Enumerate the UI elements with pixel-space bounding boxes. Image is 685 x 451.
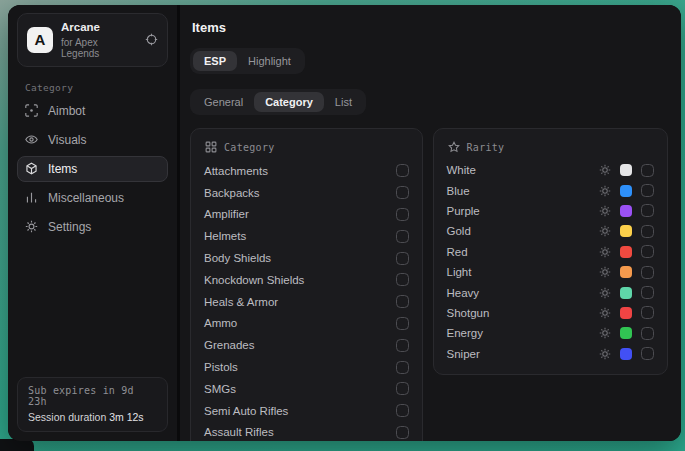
checkbox[interactable]: [396, 252, 409, 265]
color-swatch[interactable]: [620, 287, 632, 299]
mode-toggle: ESP Highlight: [190, 48, 305, 74]
row-settings-gear-icon[interactable]: [599, 164, 611, 176]
sidebar-section-label: Category: [25, 82, 177, 93]
category-panel: Category Attachments Backpacks Amplifier…: [190, 128, 423, 441]
sidebar-item-aimbot[interactable]: Aimbot: [17, 98, 168, 124]
checkbox[interactable]: [641, 327, 654, 340]
rarity-row: Gold: [447, 221, 654, 241]
star-icon: [448, 141, 460, 153]
row-settings-gear-icon[interactable]: [599, 327, 611, 339]
checkbox[interactable]: [396, 426, 409, 439]
category-row: Amplifier: [204, 204, 409, 226]
checkbox[interactable]: [396, 339, 409, 352]
row-settings-gear-icon[interactable]: [599, 246, 611, 258]
checkbox[interactable]: [396, 208, 409, 221]
category-row: Attachments: [204, 160, 409, 182]
columns-icon: [25, 191, 39, 204]
color-swatch[interactable]: [620, 225, 632, 237]
app-name: Arcane: [61, 21, 137, 35]
checkbox[interactable]: [641, 184, 654, 197]
rarity-row: Light: [447, 262, 654, 282]
checkbox[interactable]: [396, 230, 409, 243]
tab-general[interactable]: General: [193, 92, 254, 112]
checkbox[interactable]: [396, 404, 409, 417]
checkbox[interactable]: [641, 286, 654, 299]
sidebar-item-visuals[interactable]: Visuals: [17, 127, 168, 153]
checkbox[interactable]: [641, 306, 654, 319]
category-row: Grenades: [204, 334, 409, 356]
category-row: Knockdown Shields: [204, 269, 409, 291]
row-settings-gear-icon[interactable]: [599, 348, 611, 360]
category-panel-header: Category: [205, 141, 409, 153]
checkbox[interactable]: [396, 295, 409, 308]
page-title: Items: [192, 20, 668, 35]
sidebar-item-miscellaneous[interactable]: Miscellaneous: [17, 185, 168, 211]
category-panel-title: Category: [224, 142, 275, 153]
rarity-row: Energy: [447, 323, 654, 343]
sidebar-item-items[interactable]: Items: [17, 156, 168, 182]
color-swatch[interactable]: [620, 348, 632, 360]
color-swatch[interactable]: [620, 205, 632, 217]
app-header-card: A Arcane for Apex Legends: [17, 13, 168, 67]
app-subtitle: for Apex Legends: [61, 37, 137, 59]
rarity-row: White: [447, 160, 654, 180]
checkbox[interactable]: [641, 266, 654, 279]
row-settings-gear-icon[interactable]: [599, 185, 611, 197]
category-row: Helmets: [204, 225, 409, 247]
category-row: SMGs: [204, 378, 409, 400]
checkbox[interactable]: [641, 225, 654, 238]
rarity-row: Heavy: [447, 282, 654, 302]
rarity-panel: Rarity White Blue Purple: [433, 128, 668, 375]
checkbox[interactable]: [396, 317, 409, 330]
color-swatch[interactable]: [620, 246, 632, 258]
sidebar-item-settings[interactable]: Settings: [17, 214, 168, 240]
category-row: Heals & Armor: [204, 291, 409, 313]
checkbox[interactable]: [641, 347, 654, 360]
category-row: Backpacks: [204, 182, 409, 204]
checkbox[interactable]: [396, 164, 409, 177]
rarity-row: Purple: [447, 201, 654, 221]
checkbox[interactable]: [641, 164, 654, 177]
subscription-expiry: Sub expires in 9d 23h: [28, 385, 157, 407]
rarity-panel-title: Rarity: [467, 142, 505, 153]
color-swatch[interactable]: [620, 164, 632, 176]
panels-row: Category Attachments Backpacks Amplifier…: [190, 128, 668, 441]
category-row: Assault Rifles: [204, 422, 409, 441]
color-swatch[interactable]: [620, 266, 632, 278]
checkbox[interactable]: [396, 186, 409, 199]
rarity-panel-header: Rarity: [448, 141, 654, 153]
crosshair-icon[interactable]: [145, 33, 158, 46]
tab-category[interactable]: Category: [254, 92, 324, 112]
sidebar-item-label: Items: [48, 162, 77, 176]
category-row: Semi Auto Rifles: [204, 400, 409, 422]
sidebar: A Arcane for Apex Legends Category: [8, 5, 180, 441]
color-swatch[interactable]: [620, 327, 632, 339]
rarity-row: Red: [447, 242, 654, 262]
row-settings-gear-icon[interactable]: [599, 307, 611, 319]
tab-list[interactable]: List: [324, 92, 363, 112]
sidebar-item-label: Visuals: [48, 133, 86, 147]
main-content: Items ESP Highlight General Category Lis…: [180, 5, 681, 441]
rarity-row: Blue: [447, 180, 654, 200]
app-logo: A: [27, 27, 53, 53]
row-settings-gear-icon[interactable]: [599, 205, 611, 217]
sidebar-item-label: Aimbot: [48, 104, 85, 118]
checkbox[interactable]: [641, 245, 654, 258]
checkbox[interactable]: [396, 361, 409, 374]
category-row: Ammo: [204, 313, 409, 335]
rarity-row: Shotgun: [447, 303, 654, 323]
color-swatch[interactable]: [620, 307, 632, 319]
mode-option-esp[interactable]: ESP: [193, 51, 237, 71]
category-row: Body Shields: [204, 247, 409, 269]
app-title-block: Arcane for Apex Legends: [61, 21, 137, 59]
eye-icon: [25, 133, 39, 146]
row-settings-gear-icon[interactable]: [599, 225, 611, 237]
color-swatch[interactable]: [620, 185, 632, 197]
row-settings-gear-icon[interactable]: [599, 287, 611, 299]
row-settings-gear-icon[interactable]: [599, 266, 611, 278]
checkbox[interactable]: [396, 382, 409, 395]
checkbox[interactable]: [396, 273, 409, 286]
checkbox[interactable]: [641, 204, 654, 217]
session-duration-label: Session duration: [28, 411, 106, 423]
mode-option-highlight[interactable]: Highlight: [237, 51, 302, 71]
